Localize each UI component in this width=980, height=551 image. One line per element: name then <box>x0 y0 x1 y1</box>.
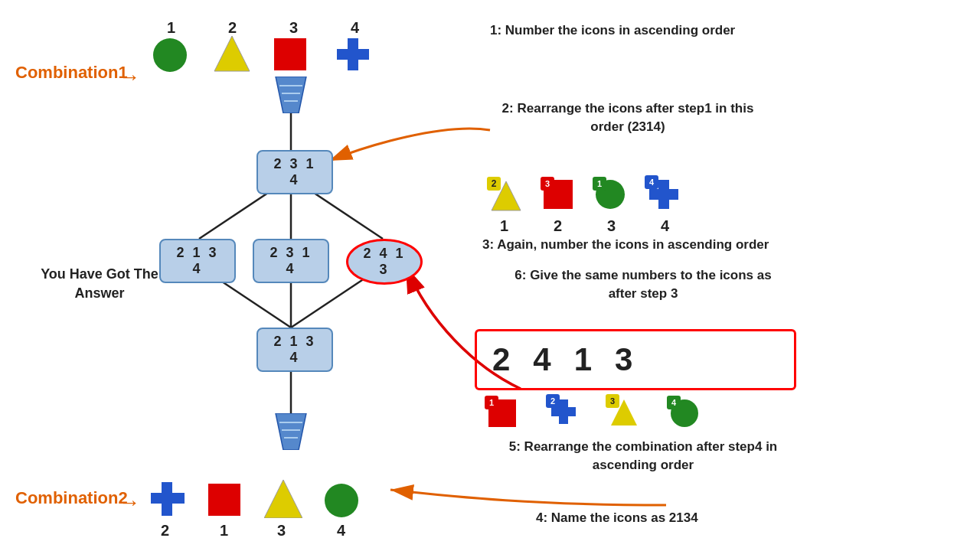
result-icon-1: 1 <box>488 399 516 430</box>
svg-rect-14 <box>337 49 369 60</box>
combo2-num-1: 2 <box>161 522 169 540</box>
svg-rect-23 <box>551 407 576 416</box>
combo2-icon-square <box>208 484 240 516</box>
rearranged-num-4: 4 <box>661 217 669 235</box>
rearranged-num-2: 2 <box>554 217 562 235</box>
node-circled: 2 4 1 3 <box>346 239 423 285</box>
answer-text: You Have Got The Answer <box>15 265 184 303</box>
combo2-arrow: → <box>119 491 140 515</box>
icon1-num: 1 <box>167 19 175 37</box>
red-box-num-2: 4 <box>533 341 550 378</box>
icon3-num: 3 <box>289 19 298 37</box>
step4-instruction: 4: Name the icons as 2134 <box>536 509 698 527</box>
combo2-icon-triangle <box>264 478 302 518</box>
icon-circle-green <box>153 38 187 72</box>
svg-marker-12 <box>214 36 250 71</box>
funnel-top <box>268 77 314 113</box>
step3-instruction: 3: Again, number the icons in ascending … <box>482 236 769 254</box>
combo2-num-2: 1 <box>220 522 228 540</box>
icon-triangle-yellow <box>213 34 251 73</box>
step6-instruction: 6: Give the same numbers to the icons as… <box>482 266 804 303</box>
rearranged-icon-4: 4 <box>648 178 680 214</box>
rearranged-icon-3: 1 <box>596 180 625 212</box>
svg-marker-31 <box>264 480 302 518</box>
result-icon-2: 2 <box>550 398 577 429</box>
svg-rect-21 <box>649 189 678 200</box>
rearranged-num-1: 1 <box>500 217 508 235</box>
red-box-num-3: 1 <box>574 341 592 378</box>
combination2-label: Combination2 <box>15 488 128 508</box>
rearranged-icon-1: 2 <box>490 180 522 215</box>
red-box-num-1: 2 <box>492 341 510 378</box>
result-icon-4: 4 <box>671 399 698 430</box>
step2-instruction: 2: Rearrange the icons after step1 in th… <box>482 99 773 136</box>
result-icon-3: 3 <box>609 398 639 430</box>
combo2-num-3: 3 <box>277 522 286 540</box>
rearranged-num-3: 3 <box>607 217 616 235</box>
funnel-bottom <box>268 413 314 450</box>
red-border-box: 2 4 1 3 <box>475 329 796 390</box>
node-top: 2 3 1 4 <box>256 150 333 194</box>
svg-rect-30 <box>151 493 185 504</box>
icon-cross-blue <box>334 35 372 73</box>
svg-marker-25 <box>276 413 306 450</box>
icon4-num: 4 <box>351 19 359 37</box>
combo2-icon-circle <box>325 484 358 517</box>
node-mid: 2 3 1 4 <box>253 239 329 283</box>
node-bottom: 2 1 3 4 <box>256 328 333 372</box>
icon-square-red <box>274 38 306 70</box>
red-box-num-4: 3 <box>615 341 632 378</box>
combo2-icon-cross <box>149 481 186 517</box>
step5-instruction: 5: Rearrange the combination after step4… <box>482 438 804 474</box>
combo2-num-4: 4 <box>337 522 345 540</box>
combo1-arrow: → <box>119 65 140 90</box>
rearranged-icon-2: 3 <box>544 180 573 212</box>
step1-instruction: 1: Number the icons in ascending order <box>490 21 735 40</box>
svg-marker-15 <box>276 77 306 113</box>
combination1-label: Combination1 <box>15 63 128 83</box>
